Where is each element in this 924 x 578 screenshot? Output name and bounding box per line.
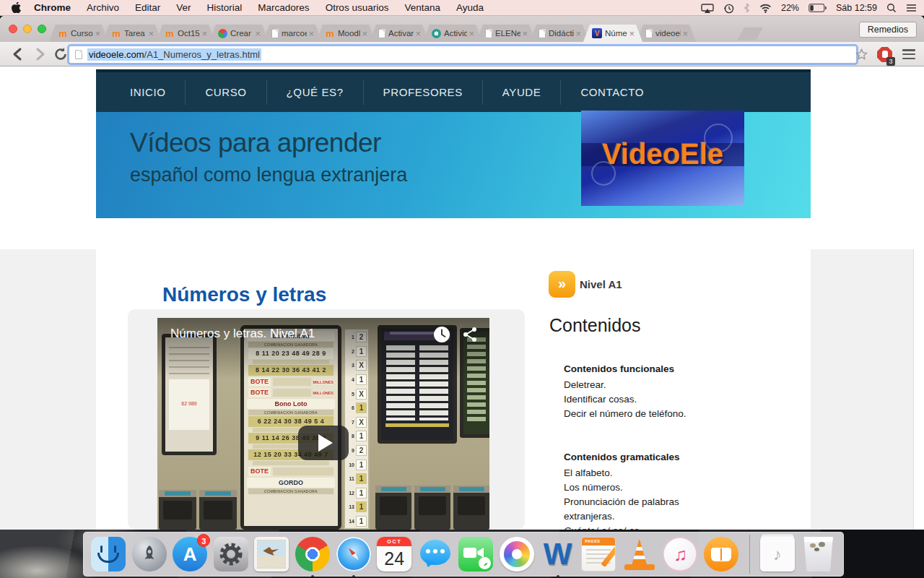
- macos-menubar: Chrome ArchivoEditarVerHistorialMarcador…: [0, 0, 924, 16]
- tab-activar[interactable]: Activar×: [370, 25, 429, 42]
- dock-appstore-icon[interactable]: A 3: [173, 537, 207, 571]
- level-badge-icon[interactable]: »: [549, 271, 575, 298]
- watch-later-icon[interactable]: [433, 326, 450, 343]
- tab-title: Crear F: [230, 29, 253, 38]
- dock-pages-icon[interactable]: PAGES: [581, 537, 616, 571]
- wifi-icon[interactable]: [759, 4, 772, 13]
- dock-music-folder-icon[interactable]: ♪: [760, 537, 795, 571]
- dock: A 3 OCT 24 W PAGES ♫: [83, 532, 844, 577]
- menubar-status: 22% Sáb 12:59: [701, 0, 917, 16]
- tab-close-button[interactable]: ×: [148, 28, 154, 39]
- dock-chrome-icon[interactable]: [295, 537, 330, 571]
- time-machine-icon[interactable]: [723, 3, 734, 14]
- dock-system-preferences-icon[interactable]: [214, 537, 248, 571]
- menu-ayuda[interactable]: Ayuda: [456, 2, 484, 13]
- menu-otros-usuarios[interactable]: Otros usuarios: [326, 2, 389, 13]
- tab-tarea[interactable]: mTarea×: [103, 25, 162, 42]
- tab-crear-f[interactable]: Crear F×: [209, 25, 269, 42]
- url-bar[interactable]: videoele.com/A1_Numeros_y_letras.html: [69, 46, 857, 64]
- profile-button[interactable]: Remedios: [859, 22, 917, 38]
- drive-favicon: [218, 29, 227, 38]
- tab-videoel[interactable]: videoel×: [637, 25, 696, 42]
- tab-close-button[interactable]: ×: [682, 28, 688, 39]
- tab-close-button[interactable]: ×: [255, 28, 261, 39]
- play-button[interactable]: [298, 426, 349, 460]
- gordo-header: GORDO: [247, 478, 335, 488]
- desktop-wallpaper: A 3 OCT 24 W PAGES ♫: [0, 530, 924, 578]
- nav-ques[interactable]: ¿QUÉ ES?: [267, 79, 364, 105]
- video-player[interactable]: 62 989 La Primitiva COMBINACION GANADORA…: [157, 318, 489, 530]
- back-button[interactable]: [10, 46, 26, 63]
- url-text: videoele.com/A1_Numeros_y_letras.html: [87, 48, 261, 61]
- tab-cursos[interactable]: mCursos×: [49, 25, 108, 42]
- bonoloto-header: Bono Loto: [247, 399, 335, 409]
- dock-messages-icon[interactable]: [418, 537, 453, 571]
- tab-elenet[interactable]: ELENet×: [476, 25, 536, 42]
- dock-mail-icon[interactable]: [254, 537, 289, 571]
- tab-close-button[interactable]: ×: [468, 28, 474, 39]
- bookmark-star-icon[interactable]: [855, 48, 868, 61]
- scrollbar-track[interactable]: [913, 249, 914, 530]
- bluetooth-icon[interactable]: [744, 3, 750, 13]
- menu-ver[interactable]: Ver: [176, 2, 191, 13]
- url-path: /A1_Numeros_y_letras.html: [144, 49, 260, 60]
- chrome-menu-button[interactable]: [902, 49, 915, 59]
- airplay-icon[interactable]: [701, 4, 714, 13]
- level-label[interactable]: Nivel A1: [580, 271, 622, 298]
- dock-itunes-icon[interactable]: ♫: [663, 537, 697, 571]
- tab-close-button[interactable]: ×: [629, 28, 635, 39]
- tab-close-button[interactable]: ×: [201, 28, 207, 39]
- window-close-button[interactable]: [9, 25, 17, 33]
- menu-editar[interactable]: Editar: [135, 2, 160, 13]
- spotlight-search-icon[interactable]: [886, 3, 897, 13]
- menubar-clock[interactable]: Sáb 12:59: [836, 3, 877, 13]
- dock-finder-icon[interactable]: [91, 537, 126, 571]
- menu-ventana[interactable]: Ventana: [404, 2, 440, 13]
- dock-ibooks-icon[interactable]: [704, 537, 738, 571]
- dock-launchpad-icon[interactable]: [132, 537, 167, 571]
- dock-photos-icon[interactable]: [500, 537, 534, 571]
- tab-close-button[interactable]: ×: [575, 28, 581, 39]
- nav-ayude[interactable]: AYUDE: [483, 79, 562, 105]
- dock-safari-icon[interactable]: [336, 537, 371, 571]
- tab-close-button[interactable]: ×: [308, 28, 314, 39]
- dock-facetime-icon[interactable]: [458, 537, 493, 571]
- nav-inicio[interactable]: INICIO: [110, 79, 186, 105]
- tab-marcoe[interactable]: marcoe×: [263, 25, 322, 42]
- notification-center-icon[interactable]: [906, 4, 917, 12]
- tab-close-button[interactable]: ×: [415, 28, 421, 39]
- menu-historial[interactable]: Historial: [207, 2, 243, 13]
- tab-activid[interactable]: Activid×: [423, 25, 482, 42]
- apple-icon[interactable]: [12, 2, 21, 13]
- nav-profesores[interactable]: PROFESORES: [364, 79, 483, 105]
- dock-word-icon[interactable]: W: [541, 537, 575, 571]
- menu-marcadores[interactable]: Marcadores: [258, 2, 309, 13]
- tab-close-button[interactable]: ×: [95, 28, 100, 39]
- dock-separator: [749, 535, 750, 574]
- tab-número[interactable]: VNúmero×: [583, 25, 642, 42]
- forward-button[interactable]: [32, 46, 48, 63]
- share-icon[interactable]: [461, 326, 479, 343]
- sidebar-line: Cuánto/-a/-os/-as...: [564, 524, 712, 530]
- menu-app-name[interactable]: Chrome: [34, 2, 71, 13]
- sidebar-line: Identificar cosas.: [564, 392, 712, 407]
- dock-trash-icon[interactable]: [801, 537, 836, 571]
- dock-calendar-icon[interactable]: OCT 24: [377, 537, 411, 571]
- menu-archivo[interactable]: Archivo: [87, 2, 119, 13]
- tab-moodle[interactable]: mMoodle×: [316, 25, 375, 42]
- site-navigation: INICIOCURSO¿QUÉ ES?PROFESORESAYUDECONTAC…: [96, 69, 811, 112]
- dock-vlc-icon[interactable]: [622, 537, 657, 571]
- nav-curso[interactable]: CURSO: [186, 79, 266, 105]
- tab-didácti[interactable]: Didácti×: [530, 25, 589, 42]
- tab-oct15_[interactable]: mOct15_×: [156, 25, 215, 42]
- quiniela-row: 141: [346, 514, 367, 529]
- nav-contacto[interactable]: CONTACTO: [561, 79, 663, 105]
- tab-close-button[interactable]: ×: [362, 28, 367, 39]
- new-tab-button[interactable]: [737, 27, 763, 40]
- reload-button[interactable]: [53, 47, 68, 61]
- window-zoom-button[interactable]: [38, 25, 46, 33]
- tab-close-button[interactable]: ×: [522, 28, 528, 39]
- window-minimize-button[interactable]: [23, 25, 32, 33]
- video-title: Números y letras. Nivel A1: [170, 327, 315, 341]
- menubar-items: ArchivoEditarVerHistorialMarcadoresOtros…: [87, 2, 484, 13]
